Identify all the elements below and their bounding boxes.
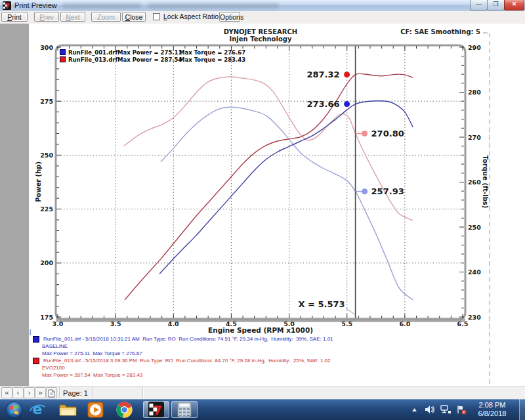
xlabel: Engine Speed (RPM x1000)	[208, 326, 313, 334]
print-preview-toolbar: Print Prev Next Zoom Out Close Lock Aspe…	[0, 11, 525, 24]
title-bar: 7 Print Preview — ❐ ✕	[0, 0, 525, 12]
svg-text:257.93: 257.93	[371, 186, 404, 196]
svg-text:5.5: 5.5	[341, 320, 352, 327]
text-caret-mark: |	[30, 329, 31, 335]
marker-dot	[344, 72, 350, 77]
prev-page-nav-button[interactable]: ‹	[12, 387, 24, 398]
svg-text:300: 300	[40, 44, 53, 51]
curve-torque_evo2100	[124, 77, 413, 220]
prev-page-button[interactable]: Prev	[34, 12, 59, 22]
chart-grid	[58, 47, 463, 317]
first-page-button[interactable]: «	[1, 387, 12, 398]
network-icon	[440, 405, 452, 414]
next-page-nav-button[interactable]: ›	[24, 387, 35, 398]
dynojet-winpep-icon: 7	[148, 402, 164, 417]
legend-swatch-red	[60, 56, 66, 62]
statusbar-separator	[92, 387, 93, 398]
window-title: Print Preview	[14, 1, 57, 9]
run-conditions-line: RunFile_013.drf - 5/15/2018 3:09:36 PM R…	[43, 357, 331, 364]
lock-aspect-ratio-checkbox[interactable]	[153, 13, 160, 20]
report-correction-smoothing: CF: SAE Smoothing: 5	[400, 28, 480, 35]
svg-text:290: 290	[468, 44, 481, 51]
run-info-evo2100: RunFile_013.drf - 5/15/2018 3:09:36 PM R…	[33, 357, 492, 379]
minimize-button[interactable]: —	[470, 0, 488, 10]
svg-text:4.0: 4.0	[168, 320, 179, 327]
svg-text:7: 7	[5, 2, 10, 10]
curve-power_evo2100	[125, 74, 413, 299]
run-info-baseline: RunFile_001.drf - 5/15/2018 10:31:21 AM …	[33, 335, 492, 357]
page-number-label: Page: 1	[63, 389, 88, 397]
svg-text:287.32: 287.32	[306, 70, 339, 79]
dyno-chart[interactable]: 1752002252502753002302402502602702802903…	[0, 24, 525, 386]
lock-aspect-ratio-label: Lock Aspect Ratio	[163, 12, 219, 20]
last-page-button[interactable]: »	[35, 387, 46, 398]
tray-volume[interactable]	[424, 404, 436, 415]
start-button[interactable]	[3, 401, 25, 418]
status-bar: « ‹ › » Page: 1	[0, 386, 525, 400]
chevron-up-icon	[411, 408, 417, 412]
media-player-icon	[87, 402, 104, 418]
preview-page: 1752002252502753002302402502602702802903…	[0, 24, 525, 386]
ylabel-right: Torque (ft-lbs)	[482, 156, 489, 209]
speaker-icon	[425, 405, 435, 414]
svg-text:230: 230	[468, 314, 481, 321]
close-window-button[interactable]: ✕	[504, 0, 524, 10]
axis-tick-labels: 1752002252502753002302402502602702802903…	[40, 44, 481, 328]
folder-icon	[59, 402, 77, 417]
clock-time: 2:08 PM	[471, 401, 513, 410]
options-button[interactable]: Options	[219, 12, 240, 22]
run-swatch-red	[33, 358, 39, 364]
legend-file: RunFile_013.drf	[68, 56, 117, 63]
svg-text:6.0: 6.0	[399, 320, 410, 327]
minimize-icon: —	[471, 0, 487, 9]
legend-row: RunFile_001.drf Max Power = 275.11 Max T…	[60, 49, 245, 56]
chrome-icon	[116, 402, 133, 418]
legend-file: RunFile_001.drf	[68, 49, 117, 56]
taskbar-calculator[interactable]	[171, 401, 198, 418]
svg-text:280: 280	[468, 89, 481, 96]
legend-row: RunFile_013.drf Max Power = 287.54 Max T…	[60, 56, 245, 63]
close-preview-button[interactable]: Close	[122, 12, 146, 22]
tray-show-hidden-icons[interactable]	[408, 404, 420, 415]
statusbar-separator	[59, 387, 60, 398]
tray-network[interactable]	[440, 404, 452, 415]
next-page-button[interactable]: Next	[60, 12, 85, 22]
cursor-annotation-power_evo2100: 287.32	[306, 70, 350, 79]
windows-taskbar: e 7	[0, 399, 525, 420]
marker-dot	[362, 131, 368, 136]
svg-text:6.5: 6.5	[457, 320, 469, 327]
page-setup-button[interactable]	[46, 387, 57, 398]
zoom-out-button[interactable]: Zoom Out	[91, 12, 121, 22]
tray-action-center[interactable]	[455, 404, 467, 415]
cursor-annotation-power_baseline: 273.66	[306, 99, 350, 109]
restore-button[interactable]: ❐	[487, 0, 505, 10]
svg-text:200: 200	[40, 259, 53, 266]
taskbar-internet-explorer[interactable]: e	[26, 401, 49, 418]
svg-text:3.5: 3.5	[110, 320, 121, 327]
print-button[interactable]: Print	[1, 12, 28, 22]
legend-max-torque: Max Torque = 283.43	[179, 56, 245, 63]
show-desktop-button[interactable]	[519, 399, 525, 420]
flag-icon	[457, 405, 467, 415]
run-max-values: Max Power = 275.11 Max Torque = 276.67	[42, 350, 492, 357]
svg-text:270.80: 270.80	[371, 129, 404, 138]
svg-text:250: 250	[40, 152, 53, 159]
chart-legend: RunFile_001.drf Max Power = 275.11 Max T…	[60, 49, 245, 63]
run-conditions-line: RunFile_001.drf - 5/15/2018 10:31:21 AM …	[43, 335, 333, 343]
page-margin-guides	[483, 33, 490, 385]
chart-frame	[56, 45, 465, 320]
restore-icon: ❐	[488, 0, 504, 9]
taskbar-chrome[interactable]	[113, 401, 135, 418]
taskbar-dynojet-winpep-active[interactable]: 7	[143, 401, 169, 418]
taskbar-file-explorer[interactable]	[56, 401, 79, 418]
svg-text:175: 175	[40, 314, 53, 321]
taskbar-media-player[interactable]	[84, 401, 106, 418]
run-name: EVO2100	[42, 364, 492, 371]
marker-dot	[344, 101, 350, 107]
svg-text:3.0: 3.0	[52, 320, 64, 327]
axis-ticks	[56, 46, 464, 318]
svg-text:270: 270	[468, 134, 481, 141]
tray-clock[interactable]: 2:08 PM 6/8/2018	[471, 401, 513, 418]
legend-max-torque: Max Torque = 276.67	[179, 49, 245, 56]
cursor-label-leader	[346, 308, 355, 314]
